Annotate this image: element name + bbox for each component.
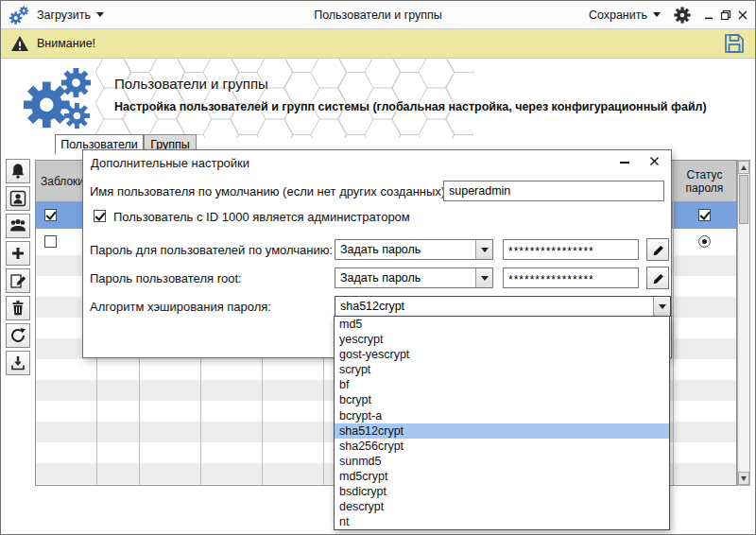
users-group-icon (9, 217, 27, 234)
column-divider (673, 161, 674, 485)
hash-algorithm-select[interactable]: sha512crypt (335, 296, 671, 317)
password-status-checkbox[interactable] (698, 209, 711, 221)
app-window: Загрузить Пользователи и группы Сохранит… (0, 0, 756, 535)
hash-option-bcrypt-a[interactable]: bcrypt-a (335, 407, 669, 423)
hash-option-bf[interactable]: bf (335, 377, 669, 392)
caret-down-icon (96, 12, 104, 17)
warning-bar: Внимание! (1, 29, 755, 59)
dropdown-arrow-icon (475, 268, 492, 287)
root-password-edit-button[interactable] (646, 267, 669, 289)
user-account-button[interactable] (6, 186, 30, 211)
settings-gear-icon[interactable] (674, 7, 691, 24)
hash-option-nt[interactable]: nt (335, 514, 669, 529)
close-icon (649, 156, 660, 166)
dropdown-arrow-icon (653, 297, 670, 316)
hash-option-md5crypt[interactable]: md5crypt (335, 469, 669, 484)
dialog-title: Дополнительные настройки (91, 156, 249, 170)
root-password-label: Пароль пользователя root: (90, 268, 242, 288)
hash-option-sha256crypt[interactable]: sha256crypt (335, 439, 669, 454)
hash-option-sunmd5[interactable]: sunmd5 (335, 454, 669, 469)
root-password-input[interactable]: **************** (503, 268, 639, 288)
blocked-checkbox[interactable] (44, 235, 57, 248)
edit-button[interactable] (6, 268, 30, 293)
scroll-down-button[interactable] (738, 472, 749, 485)
load-menu-button[interactable]: Загрузить (29, 5, 112, 26)
users-groups-gears-icon (22, 66, 92, 136)
root-password-mode-select[interactable]: Задать пароль (335, 268, 493, 288)
hash-algorithm-dropdown: md5yescryptgost-yescryptscryptbfbcryptbc… (334, 316, 670, 530)
page-subtitle: Настройка пользователей и групп системы … (114, 100, 738, 113)
pencil-icon (651, 271, 665, 285)
hash-option-yescrypt[interactable]: yescrypt (335, 332, 669, 347)
hash-option-descrypt[interactable]: descrypt (335, 499, 669, 514)
save-menu-button[interactable]: Сохранить (581, 5, 668, 26)
default-username-input[interactable]: superadmin (443, 181, 664, 201)
pencil-icon (651, 243, 665, 257)
default-password-mode-select[interactable]: Задать пароль (335, 239, 493, 260)
dropdown-arrow-icon (475, 240, 492, 259)
admin-id1000-checkbox[interactable] (94, 210, 106, 222)
page-title: Пользователи и группы (114, 76, 268, 92)
default-username-label: Имя пользователя по умолчанию (если нет … (90, 181, 449, 201)
download-icon (9, 354, 26, 371)
add-button[interactable] (6, 241, 30, 266)
hash-option-md5[interactable]: md5 (335, 317, 669, 332)
caret-down-icon (653, 12, 661, 17)
hash-option-bcrypt[interactable]: bcrypt (335, 392, 669, 407)
password-status-radio[interactable] (698, 235, 711, 248)
download-button[interactable] (6, 351, 30, 375)
column-header-password-status[interactable]: Статус пароля (673, 161, 736, 202)
default-password-edit-button[interactable] (646, 238, 669, 261)
notifications-button[interactable] (6, 159, 30, 183)
bell-icon (9, 163, 26, 180)
scroll-up-button[interactable] (738, 161, 749, 174)
arrow-down-icon (741, 476, 747, 481)
hash-algorithm-label: Алгоритм хэширования пароля: (90, 296, 271, 317)
save-floppy-icon[interactable] (723, 32, 746, 55)
titlebar: Загрузить Пользователи и группы Сохранит… (1, 1, 755, 29)
admin-id1000-label: Пользователь с ID 1000 является админист… (113, 206, 410, 227)
default-password-input[interactable]: **************** (503, 239, 639, 260)
close-button[interactable] (734, 5, 751, 26)
vertical-scrollbar[interactable] (737, 160, 750, 486)
users-group-button[interactable] (6, 214, 30, 238)
trash-icon (9, 300, 26, 317)
dialog-close-button[interactable] (649, 156, 660, 166)
default-password-label: Пароль для пользователей по умолчанию: (90, 239, 333, 260)
refresh-icon (9, 327, 26, 344)
dialog-minimize-button[interactable] (620, 162, 629, 164)
edit-pencil-icon (9, 272, 26, 289)
warning-text: Внимание! (37, 37, 95, 50)
refresh-button[interactable] (6, 323, 30, 348)
minimize-button[interactable] (700, 5, 717, 26)
maximize-button[interactable] (717, 5, 734, 26)
hash-option-scrypt[interactable]: scrypt (335, 362, 669, 377)
plus-icon (10, 246, 26, 261)
user-icon (9, 190, 26, 207)
blocked-checkbox[interactable] (44, 209, 57, 221)
page-header: Пользователи и группы Настройка пользова… (1, 59, 755, 138)
hash-option-gost-yescrypt[interactable]: gost-yescrypt (335, 347, 669, 362)
side-toolbar (6, 159, 31, 375)
warning-triangle-icon (10, 35, 29, 52)
hexagon-pattern-decoration (95, 59, 473, 138)
arrow-up-icon (741, 165, 747, 170)
hash-option-bsdicrypt[interactable]: bsdicrypt (335, 484, 669, 499)
save-menu-label: Сохранить (589, 9, 647, 22)
load-menu-label: Загрузить (37, 9, 91, 22)
scrollbar-thumb[interactable] (739, 175, 748, 224)
delete-button[interactable] (6, 296, 30, 320)
app-gears-icon (9, 5, 29, 26)
hash-option-sha512crypt[interactable]: sha512crypt (335, 423, 669, 439)
